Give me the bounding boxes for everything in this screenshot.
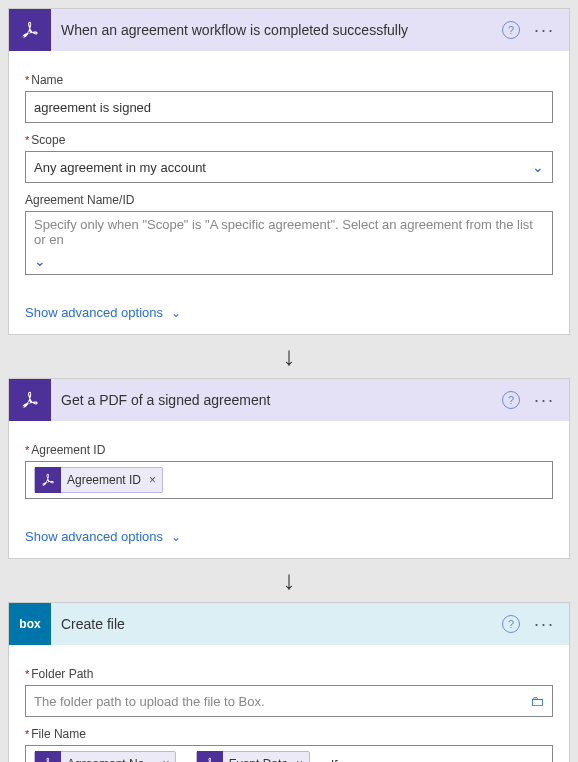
token-remove-icon[interactable]: ×: [294, 757, 303, 762]
filename-suffix: .pdf: [316, 757, 338, 763]
adobe-sign-icon: [197, 751, 223, 762]
agreement-id-label: Agreement ID: [25, 443, 553, 457]
file-name-input[interactable]: Agreement Na... × _ Event Date × .pdf: [25, 745, 553, 762]
action-pdf-body: Agreement ID Agreement ID ×: [9, 421, 569, 515]
more-icon[interactable]: ···: [530, 390, 559, 411]
filename-separator: _: [182, 757, 189, 763]
more-icon[interactable]: ···: [530, 614, 559, 635]
trigger-card: When an agreement workflow is completed …: [8, 8, 570, 335]
scope-select[interactable]: Any agreement in my account ⌄: [25, 151, 553, 183]
name-input[interactable]: agreement is signed: [25, 91, 553, 123]
token-event-date[interactable]: Event Date ×: [196, 751, 310, 762]
show-advanced-link[interactable]: Show advanced options ⌄: [9, 515, 569, 558]
token-remove-icon[interactable]: ×: [160, 757, 169, 762]
action-box-title: Create file: [61, 616, 492, 632]
chevron-down-icon: ⌄: [171, 306, 181, 320]
token-remove-icon[interactable]: ×: [147, 473, 156, 487]
action-pdf-header[interactable]: Get a PDF of a signed agreement ? ···: [9, 379, 569, 421]
agreement-id-input[interactable]: Agreement ID ×: [25, 461, 553, 499]
show-advanced-link[interactable]: Show advanced options ⌄: [9, 291, 569, 334]
adobe-sign-icon: [35, 467, 61, 493]
folder-path-label: Folder Path: [25, 667, 553, 681]
trigger-title: When an agreement workflow is completed …: [61, 22, 492, 38]
folder-picker-icon[interactable]: 🗀: [530, 693, 544, 709]
file-name-label: File Name: [25, 727, 553, 741]
help-icon[interactable]: ?: [502, 391, 520, 409]
chevron-down-icon: ⌄: [532, 159, 544, 175]
folder-path-input[interactable]: The folder path to upload the file to Bo…: [25, 685, 553, 717]
agreement-name-select[interactable]: Specify only when "Scope" is "A specific…: [25, 211, 553, 275]
agreement-name-label: Agreement Name/ID: [25, 193, 553, 207]
action-pdf-title: Get a PDF of a signed agreement: [61, 392, 492, 408]
adobe-sign-icon: [35, 751, 61, 762]
trigger-header[interactable]: When an agreement workflow is completed …: [9, 9, 569, 51]
token-agreement-name[interactable]: Agreement Na... ×: [34, 751, 176, 762]
action-box-card: box Create file ? ··· Folder Path The fo…: [8, 602, 570, 762]
box-icon: box: [9, 603, 51, 645]
scope-label: Scope: [25, 133, 553, 147]
help-icon[interactable]: ?: [502, 615, 520, 633]
action-pdf-card: Get a PDF of a signed agreement ? ··· Ag…: [8, 378, 570, 559]
action-box-header[interactable]: box Create file ? ···: [9, 603, 569, 645]
trigger-body: Name agreement is signed Scope Any agree…: [9, 51, 569, 291]
chevron-down-icon: ⌄: [171, 530, 181, 544]
name-label: Name: [25, 73, 553, 87]
flow-arrow-icon: ↓: [8, 559, 570, 602]
more-icon[interactable]: ···: [530, 20, 559, 41]
adobe-sign-icon: [9, 379, 51, 421]
adobe-sign-icon: [9, 9, 51, 51]
action-box-body: Folder Path The folder path to upload th…: [9, 645, 569, 762]
token-agreement-id[interactable]: Agreement ID ×: [34, 467, 163, 493]
help-icon[interactable]: ?: [502, 21, 520, 39]
flow-arrow-icon: ↓: [8, 335, 570, 378]
chevron-down-icon: ⌄: [34, 253, 46, 269]
